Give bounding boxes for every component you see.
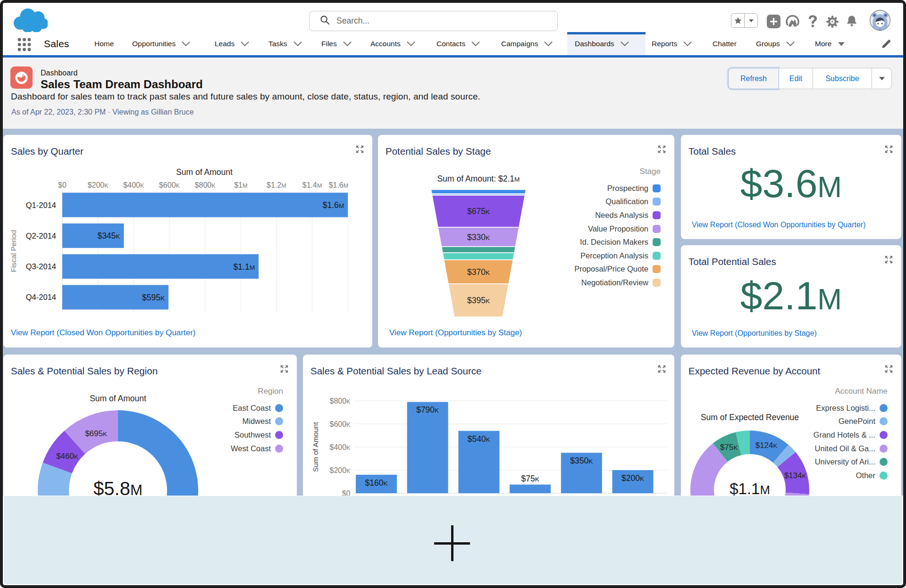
legend-item[interactable]: GenePoint	[814, 415, 888, 429]
global-add-button[interactable]	[767, 15, 780, 28]
chart-label: $134K	[784, 471, 806, 480]
legend-label: Midwest	[242, 417, 271, 426]
legend-item[interactable]: Express Logisti...	[814, 401, 888, 415]
legend-label: Perception Analysis	[580, 251, 648, 260]
legend-label: Other	[856, 471, 875, 480]
nav-item-contacts[interactable]: Contacts	[436, 32, 480, 55]
salesforce-logo[interactable]	[13, 8, 48, 35]
expand-icon[interactable]	[884, 145, 893, 156]
nav-item-files[interactable]: Files	[321, 32, 352, 55]
legend-item[interactable]: Prospecting	[574, 182, 661, 195]
favorites-dropdown-button[interactable]	[744, 14, 757, 27]
legend-swatch	[653, 265, 661, 273]
legend-item[interactable]: University of Ari...	[814, 455, 888, 469]
legend-title: Account Name	[814, 387, 888, 396]
chart-label: Fiscal Period	[9, 230, 17, 273]
avatar[interactable]	[869, 9, 891, 31]
legend-swatch	[880, 472, 888, 480]
legend-swatch	[275, 404, 283, 412]
chart-label: $200K	[88, 181, 109, 189]
more-actions-dropdown[interactable]	[872, 68, 892, 89]
nav-item-home[interactable]: Home	[94, 32, 114, 55]
legend-title: Stage	[574, 167, 661, 176]
funnel-segment-Prospecting[interactable]	[431, 190, 526, 194]
legend-item[interactable]: Qualification	[574, 195, 661, 209]
legend-label: Qualification	[605, 197, 648, 206]
nav-item-opportunities[interactable]: Opportunities	[132, 32, 190, 55]
legend-swatch	[275, 445, 283, 453]
global-search[interactable]: Search...	[309, 11, 558, 31]
app-launcher-icon[interactable]	[17, 37, 32, 54]
setup-gear-icon[interactable]	[825, 15, 839, 29]
nav-item-more[interactable]: More	[815, 32, 845, 55]
chart-label: $460K	[56, 452, 78, 461]
nav-item-label: Tasks	[268, 40, 287, 48]
legend-item[interactable]: Grand Hotels & ...	[814, 428, 888, 442]
nav-item-label: Campaigns	[501, 40, 538, 48]
bar-$790K[interactable]	[407, 402, 448, 493]
chart-label: $600K	[330, 420, 351, 428]
funnel-segment-Id. Decision Makers[interactable]	[442, 247, 516, 253]
chart-label: $200K	[330, 466, 351, 474]
legend-swatch	[653, 198, 661, 206]
bar-$75K[interactable]	[510, 485, 551, 493]
viewing-as-link[interactable]: Viewing as Gillian Bruce	[112, 108, 193, 116]
nav-item-campaigns[interactable]: Campaigns	[501, 32, 553, 55]
legend-item[interactable]: Value Proposition	[574, 222, 661, 236]
bar-Q3-2014[interactable]	[62, 254, 259, 279]
chart-label: Sum of Expected Revenue	[701, 413, 799, 422]
edit-nav-pencil-icon[interactable]	[881, 38, 892, 51]
refresh-button[interactable]: Refresh	[728, 68, 779, 89]
help-icon[interactable]	[807, 14, 819, 28]
legend-item[interactable]: Needs Analysis	[574, 208, 661, 222]
legend-swatch	[880, 417, 888, 425]
chevron-down-icon	[407, 41, 415, 46]
caret-down-icon	[879, 76, 885, 81]
nav-item-tasks[interactable]: Tasks	[268, 32, 302, 55]
legend-label: Negotiation/Review	[581, 278, 648, 287]
legend-item[interactable]: East Coast	[231, 401, 283, 415]
widget-title: Total Sales	[688, 146, 736, 157]
nav-item-reports[interactable]: Reports	[652, 32, 692, 55]
nav-item-dashboards[interactable]: Dashboards	[567, 32, 646, 55]
bar-Q1-2014[interactable]	[62, 193, 348, 217]
view-report-link[interactable]: View Report (Closed Won Opportunities by…	[692, 221, 865, 229]
nav-item-chatter[interactable]: Chatter	[713, 32, 737, 55]
legend-item[interactable]: Other	[814, 469, 888, 482]
legend-swatch	[653, 252, 661, 260]
favorites-star-button[interactable]	[731, 14, 744, 27]
legend-item[interactable]: Perception Analysis	[574, 249, 661, 263]
legend-label: University of Ari...	[815, 457, 875, 466]
chart-label: $800K	[330, 397, 351, 405]
chevron-down-icon	[241, 41, 249, 46]
as-of-text: As of Apr 22, 2023, 2:30 PM · Viewing as…	[11, 108, 194, 116]
trailhead-icon[interactable]	[785, 14, 800, 29]
legend-item[interactable]: Proposal/Price Quote	[574, 263, 661, 276]
legend-label: Prospecting	[607, 184, 648, 193]
legend-item[interactable]: United Oil & Ga...	[814, 442, 888, 455]
edit-button[interactable]: Edit	[779, 68, 813, 89]
legend-item[interactable]: Southwest	[231, 428, 283, 442]
nav-item-groups[interactable]: Groups	[756, 32, 795, 55]
chart-label: $400K	[330, 443, 351, 451]
chart-label: Q2-2014	[26, 232, 56, 240]
widget-total-potential-sales: Total Potential SalesView Report (Opport…	[681, 245, 901, 348]
nav-item-leads[interactable]: Leads	[215, 32, 249, 55]
legend-swatch	[275, 417, 283, 425]
expand-icon[interactable]	[884, 255, 893, 266]
chevron-down-icon	[294, 41, 302, 46]
legend-item[interactable]: West Coast	[231, 442, 283, 455]
legend-label: Grand Hotels & ...	[814, 431, 875, 439]
nav-item-accounts[interactable]: Accounts	[370, 32, 415, 55]
dashboard-page-header: Dashboard Sales Team Dream Dashboard Das…	[3, 58, 903, 129]
legend-item[interactable]: Midwest	[231, 415, 283, 429]
view-report-link[interactable]: View Report (Opportunities by Stage)	[692, 329, 817, 338]
funnel-segment-Perception Analysis[interactable]	[443, 253, 514, 260]
legend-item[interactable]: Id. Decision Makers	[574, 235, 661, 249]
app-name[interactable]: Sales	[44, 32, 69, 55]
legend-label: Needs Analysis	[595, 211, 648, 220]
legend-item[interactable]: Negotiation/Review	[574, 276, 661, 290]
chart-label: Sum of Amount	[90, 394, 146, 403]
subscribe-button[interactable]: Subscribe	[813, 68, 872, 89]
notifications-bell-icon[interactable]	[845, 14, 858, 28]
